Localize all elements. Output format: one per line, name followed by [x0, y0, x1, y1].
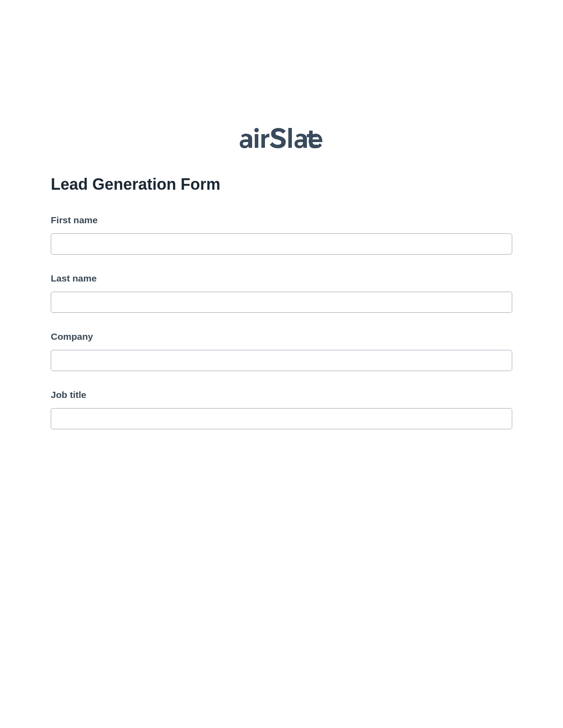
last-name-input[interactable]	[51, 292, 512, 313]
svg-rect-0	[255, 134, 258, 148]
job-title-label: Job title	[51, 390, 512, 400]
job-title-input[interactable]	[51, 408, 512, 429]
svg-point-1	[254, 128, 259, 132]
form-title: Lead Generation Form	[51, 175, 512, 194]
field-first-name: First name	[51, 215, 512, 255]
field-last-name: Last name	[51, 273, 512, 313]
last-name-label: Last name	[51, 273, 512, 284]
svg-rect-2	[288, 128, 292, 148]
company-label: Company	[51, 331, 512, 342]
field-job-title: Job title	[51, 390, 512, 429]
logo-container	[51, 128, 512, 151]
first-name-input[interactable]	[51, 233, 512, 255]
company-input[interactable]	[51, 350, 512, 371]
airslate-logo-icon	[240, 128, 324, 151]
first-name-label: First name	[51, 215, 512, 225]
form-page: Lead Generation Form First name Last nam…	[0, 0, 563, 429]
field-company: Company	[51, 331, 512, 371]
